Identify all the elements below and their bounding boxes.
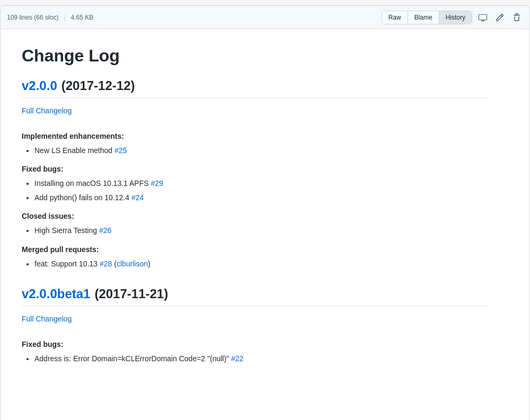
bullet-list: High Sierra Testing #26: [22, 225, 488, 236]
issue-link[interactable]: #22: [231, 354, 243, 363]
main-content: Change Log v2.0.0(2017-12-12)Full Change…: [1, 29, 509, 398]
version-date: (2017-12-12): [61, 78, 135, 93]
version-block-v2-0-0: v2.0.0(2017-12-12)Full ChangelogImplemen…: [22, 78, 488, 270]
user-link[interactable]: clburlison: [117, 260, 148, 268]
version-header: v2.0.0(2017-12-12): [22, 78, 488, 98]
section-title: Fixed bugs:: [22, 340, 488, 348]
pencil-icon: [496, 13, 504, 22]
version-block-v2-0-0beta1: v2.0.0beta1(2017-11-21)Full ChangelogFix…: [22, 287, 488, 364]
list-item: Add python() fails on 10.12.4 #24: [34, 192, 488, 203]
versions-container: v2.0.0(2017-12-12)Full ChangelogImplemen…: [22, 78, 488, 364]
section-title: Merged pull requests:: [22, 245, 488, 254]
list-item: feat: Support 10.13 #28 (clburlison): [34, 258, 488, 270]
bullet-list: Installing on macOS 10.13.1 APFS #29Add …: [22, 177, 488, 203]
full-changelog-link[interactable]: Full Changelog: [22, 106, 72, 115]
toolbar: 109 lines (66 sloc) | 4.65 KB Raw Blame …: [1, 6, 529, 29]
full-changelog-link[interactable]: Full Changelog: [22, 315, 72, 323]
file-info: 109 lines (66 sloc) | 4.65 KB: [7, 14, 93, 21]
issue-link[interactable]: #29: [151, 179, 163, 187]
issue-link[interactable]: #26: [99, 226, 111, 235]
list-item: High Sierra Testing #26: [34, 225, 488, 236]
section-title: Closed issues:: [22, 212, 488, 220]
version-header: v2.0.0beta1(2017-11-21): [22, 287, 488, 306]
list-item: Installing on macOS 10.13.1 APFS #29: [34, 177, 488, 189]
toolbar-actions: Raw Blame History: [382, 11, 523, 24]
bullet-list: New LS Enable method #25: [22, 145, 488, 156]
raw-button[interactable]: Raw: [382, 11, 408, 24]
list-item: New LS Enable method #25: [34, 145, 488, 156]
divider: |: [64, 14, 65, 21]
blame-button[interactable]: Blame: [408, 11, 439, 24]
trash-icon: [513, 13, 521, 22]
bullet-list: Address is: Error Domain=kCLErrorDomain …: [22, 353, 488, 364]
history-button[interactable]: History: [439, 11, 472, 24]
section-title: Implemented enhancements:: [22, 132, 488, 140]
page-title: Change Log: [22, 46, 488, 66]
edit-icon-button[interactable]: [493, 11, 506, 24]
desktop-icon-button[interactable]: [476, 11, 489, 24]
issue-link[interactable]: #28: [100, 260, 112, 268]
main-window: 109 lines (66 sloc) | 4.65 KB Raw Blame …: [0, 5, 530, 420]
version-link[interactable]: v2.0.0: [22, 78, 57, 93]
line-count: 109 lines (66 sloc): [7, 14, 58, 21]
bullet-list: feat: Support 10.13 #28 (clburlison): [22, 258, 488, 270]
version-date: (2017-11-21): [94, 287, 168, 301]
list-item: Address is: Error Domain=kCLErrorDomain …: [34, 353, 488, 364]
file-size: 4.65 KB: [71, 14, 94, 21]
version-link[interactable]: v2.0.0beta1: [22, 287, 90, 301]
monitor-icon: [479, 13, 487, 22]
view-buttons: Raw Blame History: [382, 11, 472, 24]
delete-icon-button[interactable]: [510, 11, 523, 24]
issue-link[interactable]: #24: [131, 193, 144, 202]
section-title: Fixed bugs:: [22, 165, 488, 173]
issue-link[interactable]: #25: [114, 146, 127, 155]
